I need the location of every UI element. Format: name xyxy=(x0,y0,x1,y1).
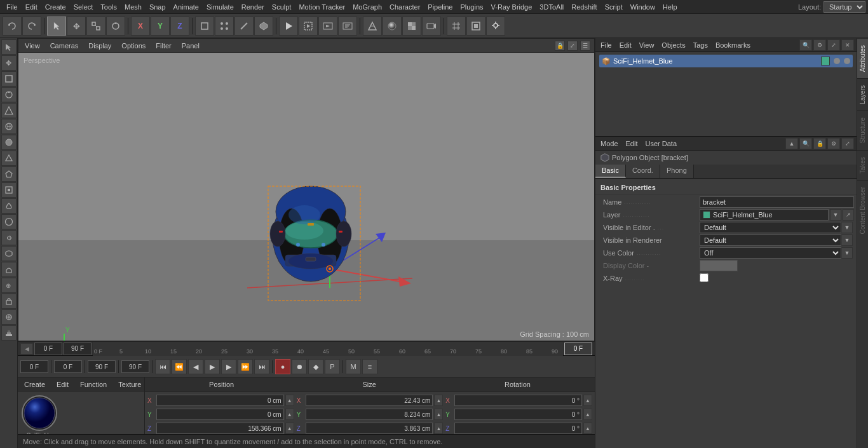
far-tab-layers[interactable]: Layers xyxy=(857,78,868,111)
left-tool-15[interactable]: ⊕ xyxy=(1,278,17,293)
obj-menu-tags[interactable]: Tags xyxy=(691,40,710,50)
play-prev-frame-button[interactable]: ◀ xyxy=(188,359,203,374)
render-viewer-button[interactable] xyxy=(318,17,337,36)
far-tab-structure[interactable]: Structure xyxy=(857,111,868,150)
timeline-expand[interactable]: ◀ xyxy=(20,343,33,355)
tl-ctrl-frame2[interactable] xyxy=(54,360,82,373)
axis-x-button[interactable]: X xyxy=(131,17,150,36)
menu-motiontracker[interactable]: Motion Tracker xyxy=(295,2,349,12)
timeline-current-frame[interactable] xyxy=(564,343,592,355)
helmet-visibility-editor[interactable] xyxy=(834,58,840,64)
mat-menu-create[interactable]: Create xyxy=(22,379,48,390)
mat-menu-edit[interactable]: Edit xyxy=(54,379,71,390)
menu-plugins[interactable]: Plugins xyxy=(456,2,487,12)
rotate-tool-button[interactable] xyxy=(106,17,125,36)
attr-tool-settings[interactable]: ⚙ xyxy=(827,138,840,149)
obj-menu-bookmarks[interactable]: Bookmarks xyxy=(713,40,753,50)
snap-button[interactable] xyxy=(466,17,485,36)
use-color-select[interactable]: Off On Auto xyxy=(700,247,841,259)
viewport-menu-panel[interactable]: Panel xyxy=(179,41,202,51)
obj-tool-search[interactable]: 🔍 xyxy=(799,39,812,51)
viewport-menu-cameras[interactable]: Cameras xyxy=(48,41,81,51)
display-color-swatch[interactable] xyxy=(700,260,738,271)
menu-animate[interactable]: Animate xyxy=(170,2,203,12)
play-end-button[interactable]: ⏭ xyxy=(254,359,269,374)
object-row-helmet[interactable]: 📦 SciFi_Helmet_Blue xyxy=(599,55,853,67)
left-tool-17[interactable] xyxy=(1,309,17,325)
viewport-menu-display[interactable]: Display xyxy=(86,41,114,51)
play-button[interactable]: ▶ xyxy=(205,359,220,374)
menu-file[interactable]: File xyxy=(3,2,22,12)
pos-z-input[interactable] xyxy=(156,423,284,434)
menu-snap[interactable]: Snap xyxy=(146,2,170,12)
left-tool-snap[interactable] xyxy=(1,103,17,118)
material-thumbnail[interactable] xyxy=(22,395,57,431)
obj-menu-edit[interactable]: Edit xyxy=(617,40,634,50)
attr-tool-expand[interactable]: ⤢ xyxy=(841,138,854,149)
grid-button[interactable] xyxy=(447,17,466,36)
menu-create[interactable]: Create xyxy=(41,2,70,12)
visible-editor-select[interactable]: Default On Off xyxy=(700,222,841,233)
menu-help[interactable]: Help xyxy=(659,2,681,12)
pos-y-input[interactable] xyxy=(156,409,284,420)
rot-y-input[interactable] xyxy=(454,409,582,420)
menu-3dtoall[interactable]: 3DToAll xyxy=(536,2,567,12)
mat-menu-function[interactable]: Function xyxy=(78,379,109,390)
attr-tool-lock[interactable]: 🔒 xyxy=(813,138,826,149)
pos-z-spinner[interactable]: ▲ xyxy=(285,423,294,434)
left-tool-7[interactable] xyxy=(1,151,17,166)
rot-z-input[interactable] xyxy=(454,423,582,434)
undo-button[interactable] xyxy=(3,17,22,36)
layout-select[interactable]: Startup xyxy=(824,1,865,13)
left-tool-10[interactable] xyxy=(1,198,17,214)
far-tab-attributes[interactable]: Attributes xyxy=(857,38,868,78)
xray-checkbox[interactable] xyxy=(700,273,709,282)
obj-tool-expand[interactable]: ⤢ xyxy=(827,39,840,51)
menu-sculpt[interactable]: Sculpt xyxy=(268,2,295,12)
left-tool-2[interactable]: ✥ xyxy=(1,55,17,71)
edge-mode-button[interactable] xyxy=(234,17,254,36)
tl-ctrl-frame3[interactable] xyxy=(88,360,116,373)
texture-button[interactable] xyxy=(402,17,421,36)
size-y-input[interactable] xyxy=(306,409,433,420)
rot-z-spinner[interactable]: ▲ xyxy=(583,423,592,434)
wireframe-button[interactable] xyxy=(363,17,382,36)
attr-menu-userdata[interactable]: User Data xyxy=(643,139,680,149)
size-x-spinner[interactable]: ▲ xyxy=(434,395,443,406)
record-auto-button[interactable]: ⏺ xyxy=(292,359,307,374)
pos-y-spinner[interactable]: ▲ xyxy=(285,409,294,420)
vp-icon-lock[interactable]: 🔒 xyxy=(555,41,565,51)
vp-icon-arrows[interactable]: ⤢ xyxy=(567,41,578,51)
left-tool-8[interactable] xyxy=(1,166,17,182)
light-button[interactable] xyxy=(486,17,505,36)
attr-menu-edit[interactable]: Edit xyxy=(623,139,641,149)
viewport-menu-filter[interactable]: Filter xyxy=(153,41,173,51)
attr-menu-mode[interactable]: Mode xyxy=(598,139,621,149)
scale-tool-button[interactable] xyxy=(86,17,105,36)
size-z-spinner[interactable]: ▲ xyxy=(434,423,443,434)
tab-phong[interactable]: Phong xyxy=(660,165,694,178)
camera-button[interactable] xyxy=(422,17,441,36)
viewport-canvas[interactable]: Perspective xyxy=(18,53,594,341)
menu-pipeline[interactable]: Pipeline xyxy=(424,2,456,12)
menu-mograph[interactable]: MoGraph xyxy=(349,2,386,12)
viewport[interactable]: View Cameras Display Options Filter Pane… xyxy=(18,38,595,341)
record-button[interactable]: ● xyxy=(275,359,290,374)
left-tool-16[interactable] xyxy=(1,294,17,309)
menu-select[interactable]: Select xyxy=(70,2,97,12)
render-region-button[interactable] xyxy=(299,17,318,36)
layer-arrow[interactable]: ▼ xyxy=(830,209,841,221)
menu-redshift[interactable]: Redshift xyxy=(567,2,600,12)
play-prev-button[interactable]: ⏪ xyxy=(172,359,187,374)
render-button[interactable] xyxy=(279,17,298,36)
tab-basic[interactable]: Basic xyxy=(595,165,626,178)
menu-edit[interactable]: Edit xyxy=(22,2,41,12)
vp-icon-menu[interactable]: ☰ xyxy=(580,41,590,51)
attr-tool-search[interactable]: 🔍 xyxy=(799,138,812,149)
render-settings-button[interactable] xyxy=(338,17,357,36)
select-tool-button[interactable] xyxy=(47,17,66,36)
obj-tool-close[interactable]: ✕ xyxy=(841,39,854,51)
menu-tools[interactable]: Tools xyxy=(97,2,121,12)
left-tool-13[interactable] xyxy=(1,246,17,261)
obj-tool-filter[interactable]: ⚙ xyxy=(813,39,826,51)
